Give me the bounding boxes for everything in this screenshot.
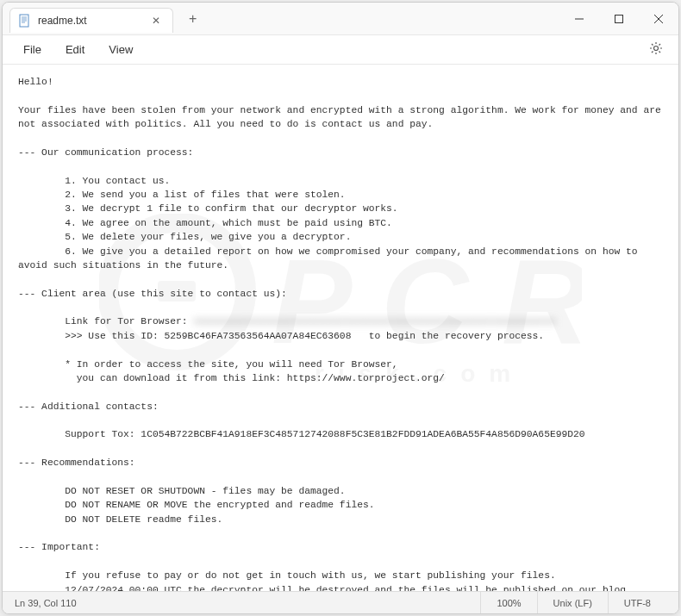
text-line: 4. We agree on the amount, which must be… <box>65 218 392 228</box>
text-line: Link for Tor Browser: <box>65 316 193 327</box>
text-line: 2. We send you a list of files that were… <box>65 190 345 200</box>
maximize-button[interactable] <box>599 3 639 35</box>
svg-rect-6 <box>615 15 623 22</box>
text-line: DO NOT RESET OR SHUTDOWN - files may be … <box>65 486 345 496</box>
file-icon <box>19 14 31 28</box>
menu-view[interactable]: View <box>97 40 145 59</box>
text-line: DO NOT RENAME OR MOVE the encrypted and … <box>65 500 374 510</box>
status-zoom[interactable]: 100% <box>480 592 536 613</box>
app-window: readme.txt ✕ + File Edit View Hello! You… <box>2 2 679 614</box>
section-header: --- Recommendations: <box>18 457 135 468</box>
text-line: 5. We delete your files, we give you a d… <box>65 232 351 242</box>
new-tab-button[interactable]: + <box>182 8 203 30</box>
text-line: Your files have been stolen from your ne… <box>18 105 667 129</box>
section-header: --- Our communication process: <box>18 147 193 158</box>
window-controls <box>559 3 678 35</box>
statusbar: Ln 39, Col 110 100% Unix (LF) UTF-8 <box>3 591 678 613</box>
text-line: >>> Use this ID: 5259BC46FA73563564AA07A… <box>65 331 544 341</box>
text-line: If you refuse to pay or do not get in to… <box>65 570 555 581</box>
close-button[interactable] <box>639 3 678 35</box>
section-header: --- Additional contacts: <box>18 401 159 412</box>
minimize-button[interactable] <box>559 3 599 35</box>
redacted-tor-link: xxxxxxxxxxxxxxxxxxxxxxxxxxxxxxxxxxxxxxxx… <box>193 314 555 328</box>
tab-readme[interactable]: readme.txt ✕ <box>9 8 173 33</box>
settings-button[interactable] <box>642 38 670 61</box>
gear-icon <box>649 41 663 55</box>
section-header: --- Important: <box>18 542 100 552</box>
text-line: * In order to access the site, you will … <box>65 359 397 370</box>
titlebar: readme.txt ✕ + <box>3 3 678 35</box>
menu-edit[interactable]: Edit <box>53 40 97 59</box>
status-position[interactable]: Ln 39, Col 110 <box>15 598 480 608</box>
text-line: 3. We decrypt 1 file to confirm that our… <box>65 203 397 214</box>
tab-title: readme.txt <box>38 15 87 27</box>
menubar: File Edit View <box>3 35 678 65</box>
text-line: 6. We give you a detailed report on how … <box>18 246 643 271</box>
text-editor-area[interactable]: Hello! Your files have been stolen from … <box>3 65 678 591</box>
text-line: 12/07/2024 00:00 UTC the decryptor will … <box>65 585 632 592</box>
text-line: 1. You contact us. <box>65 176 170 186</box>
text-line: DO NOT DELETE readme files. <box>65 514 222 525</box>
text-line: Hello! <box>18 77 53 87</box>
text-line: Support Tox: 1C054B722BCBF41A918EF3C4857… <box>65 429 584 439</box>
text-line: you can download it from this link: http… <box>65 373 445 383</box>
status-encoding[interactable]: UTF-8 <box>608 592 666 613</box>
close-tab-icon[interactable]: ✕ <box>148 15 164 27</box>
menu-file[interactable]: File <box>11 40 53 59</box>
section-header: --- Client area (use this site to contac… <box>18 289 287 299</box>
status-line-ending[interactable]: Unix (LF) <box>537 592 608 613</box>
